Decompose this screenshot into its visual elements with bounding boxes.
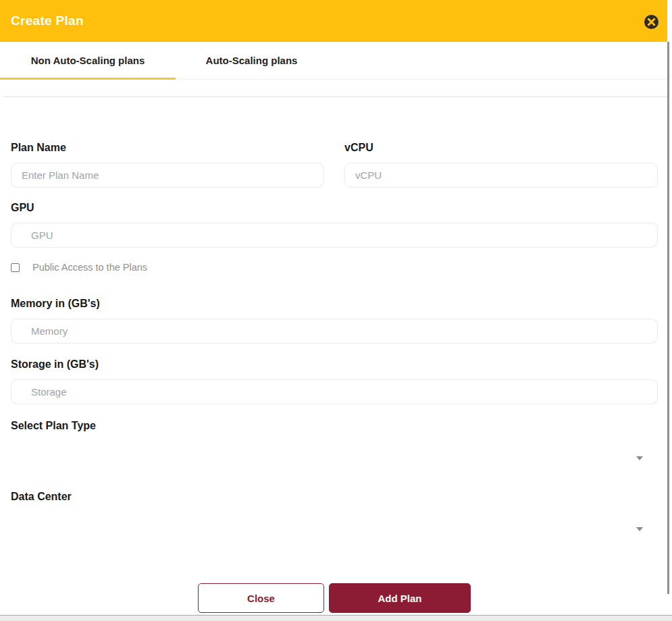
gpu-input[interactable] <box>11 223 658 248</box>
storage-label: Storage in (GB's) <box>11 358 658 371</box>
plan-type-label: Select Plan Type <box>11 420 658 432</box>
scrollbar[interactable] <box>667 0 670 615</box>
modal-title: Create Plan <box>11 14 84 28</box>
tab-auto-scaling-plans[interactable]: Auto-Scaling plans <box>176 42 328 79</box>
vcpu-field-group: vCPU <box>344 142 658 188</box>
data-center-select[interactable] <box>11 515 658 543</box>
plan-type-select[interactable] <box>11 444 658 473</box>
scrollbar-thumb[interactable] <box>667 42 669 594</box>
backdrop-bottom-strip <box>0 615 672 621</box>
public-access-row: Public Access to the Plans <box>11 262 658 273</box>
section-divider <box>3 97 667 97</box>
chevron-down-icon <box>636 456 643 460</box>
gpu-label: GPU <box>11 202 658 214</box>
create-plan-modal: Create Plan Non Auto-Scaling plans Auto-… <box>0 0 667 615</box>
vcpu-label: vCPU <box>344 142 658 154</box>
gpu-field-group: GPU <box>11 202 658 248</box>
memory-label: Memory in (GB's) <box>11 298 658 310</box>
chevron-down-icon <box>636 527 643 531</box>
public-access-label: Public Access to the Plans <box>32 262 147 273</box>
tab-bar: Non Auto-Scaling plans Auto-Scaling plan… <box>0 42 667 80</box>
memory-field-group: Memory in (GB's) <box>11 298 658 344</box>
vcpu-input[interactable] <box>344 163 658 188</box>
close-button[interactable]: Close <box>198 583 324 613</box>
data-center-label: Data Center <box>11 491 658 503</box>
storage-field-group: Storage in (GB's) <box>11 358 658 404</box>
tab-non-auto-scaling-plans[interactable]: Non Auto-Scaling plans <box>0 42 176 79</box>
close-icon[interactable] <box>644 14 659 30</box>
modal-footer: Close Add Plan <box>11 583 658 613</box>
add-plan-button[interactable]: Add Plan <box>329 583 471 613</box>
tab-label: Non Auto-Scaling plans <box>31 55 145 66</box>
plan-name-label: Plan Name <box>11 142 324 154</box>
plan-name-input[interactable] <box>11 163 324 188</box>
memory-input[interactable] <box>11 319 658 344</box>
storage-input[interactable] <box>11 379 658 404</box>
modal-header: Create Plan <box>0 0 667 42</box>
plan-name-field-group: Plan Name <box>11 142 324 188</box>
tab-label: Auto-Scaling plans <box>206 55 298 66</box>
form-content: Plan Name vCPU GPU Public Access to the … <box>0 142 667 613</box>
public-access-checkbox[interactable] <box>11 263 20 272</box>
